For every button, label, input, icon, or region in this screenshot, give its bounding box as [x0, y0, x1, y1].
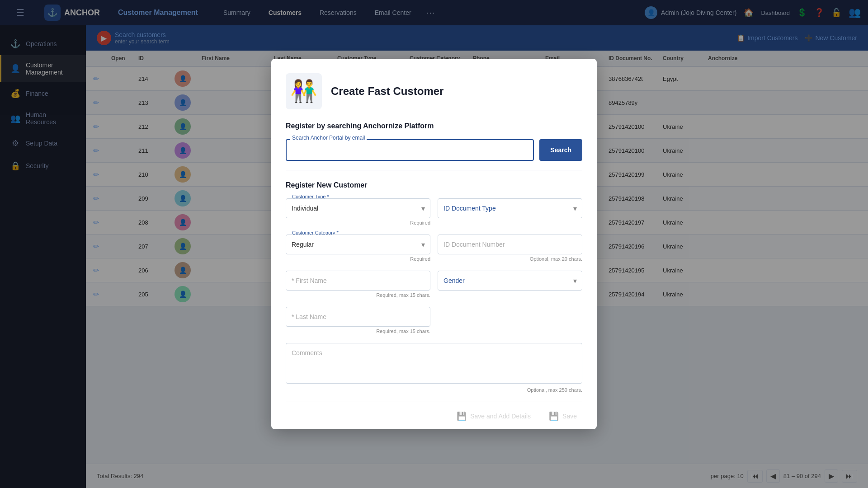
last-name-wrap	[286, 307, 430, 327]
customer-category-required: Required	[286, 256, 430, 262]
id-doc-type-col: ID Document Type Passport National ID	[438, 198, 582, 231]
search-portal-row: Search Anchor Portal by email Search	[286, 139, 582, 161]
customer-category-wrap: Customer Category * Regular VIP Corporat…	[286, 235, 430, 254]
dialog-icon: 👫	[286, 73, 322, 109]
form-row-3: Required, max 15 chars. Gender Male Fema…	[286, 271, 582, 303]
save-label: Save	[562, 413, 577, 420]
comments-input[interactable]	[286, 343, 582, 384]
last-name-col: Required, max 15 chars.	[286, 307, 430, 339]
gender-select-wrap: Gender Male Female Other	[438, 271, 582, 291]
gender-wrap-outer: Gender Male Female Other	[438, 271, 582, 291]
form-row-4: Required, max 15 chars.	[286, 307, 582, 339]
modal-overlay[interactable]: 👫 Create Fast Customer Register by searc…	[0, 0, 868, 488]
create-fast-customer-dialog: 👫 Create Fast Customer Register by searc…	[271, 59, 597, 429]
id-doc-type-select-wrap: ID Document Type Passport National ID	[438, 198, 582, 218]
section-divider	[286, 170, 582, 170]
last-name-input[interactable]	[286, 307, 430, 327]
customer-category-col: Customer Category * Regular VIP Corporat…	[286, 235, 430, 267]
first-name-required: Required, max 15 chars.	[286, 292, 430, 298]
section1-title: Register by searching Anchornize Platfor…	[286, 122, 582, 130]
customer-type-wrap: Customer Type * Individual Company	[286, 198, 430, 218]
section2-title: Register New Customer	[286, 181, 582, 189]
save-add-icon: 💾	[457, 411, 467, 421]
save-add-details-btn[interactable]: 💾 Save and Add Details	[451, 408, 536, 425]
portal-search-label: Search Anchor Portal by email	[290, 135, 367, 141]
dialog-header: 👫 Create Fast Customer	[286, 73, 582, 109]
empty-col	[438, 307, 582, 339]
customer-type-select-wrap: Individual Company	[286, 198, 430, 218]
comments-optional: Optional, max 250 chars.	[286, 387, 582, 393]
id-doc-optional: Optional, max 20 chars.	[438, 256, 582, 262]
search-portal-btn[interactable]: Search	[539, 139, 582, 161]
id-doc-number-wrap	[438, 235, 582, 254]
portal-input-wrap: Search Anchor Portal by email	[286, 139, 534, 161]
gender-col: Gender Male Female Other	[438, 271, 582, 303]
form-row-1: Customer Type * Individual Company Requi…	[286, 198, 582, 231]
dialog-footer: 💾 Save and Add Details 💾 Save	[286, 402, 582, 425]
id-doc-number-input[interactable]	[438, 235, 582, 254]
register-new-section: Register New Customer Customer Type * In…	[286, 181, 582, 393]
customer-category-select[interactable]: Regular VIP Corporate	[286, 235, 430, 254]
save-btn[interactable]: 💾 Save	[543, 408, 582, 425]
gender-select[interactable]: Gender Male Female Other	[438, 271, 582, 291]
first-name-col: Required, max 15 chars.	[286, 271, 430, 303]
id-doc-number-col: Optional, max 20 chars.	[438, 235, 582, 267]
save-icon: 💾	[549, 411, 559, 421]
comments-wrap	[286, 343, 582, 385]
search-portal-section: Register by searching Anchornize Platfor…	[286, 122, 582, 161]
id-doc-type-select[interactable]: ID Document Type Passport National ID	[438, 198, 582, 218]
last-name-required: Required, max 15 chars.	[286, 328, 430, 334]
form-row-2: Customer Category * Regular VIP Corporat…	[286, 235, 582, 267]
couple-icon: 👫	[290, 79, 317, 104]
first-name-wrap	[286, 271, 430, 291]
id-doc-type-wrap: ID Document Type Passport National ID	[438, 198, 582, 218]
portal-search-input[interactable]	[286, 139, 534, 161]
customer-type-required: Required	[286, 220, 430, 225]
customer-type-select[interactable]: Individual Company	[286, 198, 430, 218]
save-add-label: Save and Add Details	[470, 413, 531, 420]
first-name-input[interactable]	[286, 271, 430, 291]
customer-type-col: Customer Type * Individual Company Requi…	[286, 198, 430, 231]
customer-category-select-wrap: Regular VIP Corporate	[286, 235, 430, 254]
dialog-title: Create Fast Customer	[331, 85, 443, 98]
